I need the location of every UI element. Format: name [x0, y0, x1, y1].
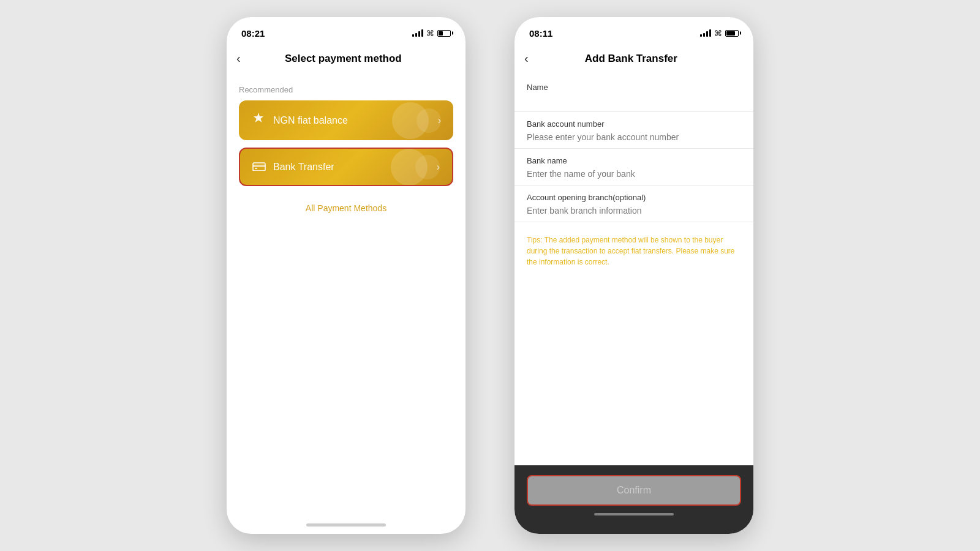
bank-account-input[interactable] [527, 132, 741, 148]
phone-select-payment: 08:21 ⌘ ‹ Select payment method Recommen… [227, 17, 466, 534]
wifi-icon-1: ⌘ [426, 29, 434, 38]
battery-icon-2 [725, 30, 739, 37]
back-button-2[interactable]: ‹ [524, 49, 533, 68]
name-input[interactable] [527, 96, 741, 111]
bank-name-container: Bank name [514, 149, 753, 186]
tips-section: Tips: The added payment method will be s… [514, 222, 753, 277]
bottom-indicator-2 [527, 506, 741, 515]
nav-header-1: ‹ Select payment method [227, 44, 466, 75]
nav-header-2: ‹ Add Bank Transfer [514, 44, 753, 75]
ngn-chevron-icon: › [438, 115, 441, 126]
battery-icon-1 [437, 30, 451, 37]
screen-content-2: Name Bank account number Bank name Accou… [514, 75, 753, 465]
back-button-1[interactable]: ‹ [236, 49, 246, 68]
status-icons-2: ⌘ [700, 29, 739, 38]
bank-name-label: Bank name [527, 156, 741, 165]
phone-add-bank-transfer: 08:11 ⌘ ‹ Add Bank Transfer Na [514, 17, 753, 534]
section-label-recommended: Recommended [227, 75, 466, 100]
wifi-icon-2: ⌘ [714, 29, 722, 38]
confirm-button[interactable]: Confirm [527, 475, 741, 506]
bank-transfer-icon [252, 160, 266, 174]
home-indicator-1 [227, 515, 466, 534]
status-bar-1: 08:21 ⌘ [227, 17, 466, 44]
time-2: 08:11 [529, 28, 552, 39]
status-icons-1: ⌘ [412, 29, 451, 38]
bank-account-label: Bank account number [527, 119, 741, 129]
time-1: 08:21 [241, 28, 265, 39]
svg-rect-2 [253, 165, 265, 167]
app-container: 08:21 ⌘ ‹ Select payment method Recommen… [0, 0, 980, 551]
name-field-container: Name [514, 75, 753, 112]
payment-option-bank-transfer[interactable]: Bank Transfer › [239, 148, 453, 186]
bank-transfer-chevron-icon: › [437, 162, 440, 173]
bottom-action-area: Confirm [514, 465, 753, 534]
signal-icon-1 [412, 29, 423, 37]
bank-account-number-container: Bank account number [514, 112, 753, 149]
name-field-label: Name [527, 83, 741, 92]
branch-input[interactable] [527, 206, 741, 222]
branch-container: Account opening branch(optional) [514, 186, 753, 222]
ngn-icon [251, 111, 266, 129]
branch-label: Account opening branch(optional) [527, 193, 741, 202]
screen-content-1: Recommended NGN fiat balance › [227, 75, 466, 515]
all-methods-link[interactable]: All Payment Methods [227, 193, 466, 223]
svg-point-0 [257, 117, 260, 121]
status-bar-2: 08:11 ⌘ [514, 17, 753, 44]
signal-icon-2 [700, 29, 711, 37]
page-title-2: Add Bank Transfer [533, 53, 729, 65]
svg-rect-3 [255, 168, 257, 169]
payment-option-ngn[interactable]: NGN fiat balance › [239, 100, 453, 140]
bank-name-input[interactable] [527, 169, 741, 185]
page-title-1: Select payment method [246, 53, 441, 65]
